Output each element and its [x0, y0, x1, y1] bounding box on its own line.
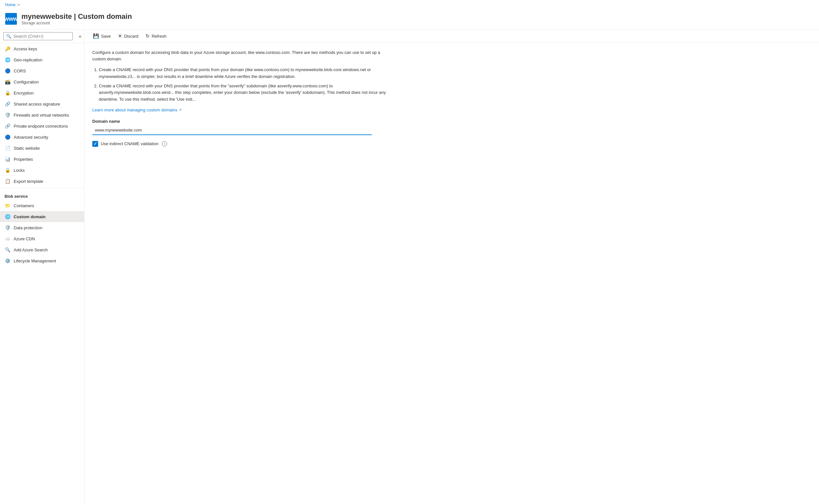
- content-body: Configure a custom domain for accessing …: [84, 43, 819, 504]
- sidebar-label-cors: CORS: [14, 69, 26, 73]
- sidebar-label-properties: Properties: [14, 157, 33, 162]
- page-subtitle: Storage account: [21, 21, 132, 25]
- sidebar-icon-properties: 📊: [5, 156, 10, 162]
- sidebar-item-configuration[interactable]: 🗃️ Configuration: [0, 76, 84, 87]
- sidebar-icon-add-azure-search: 🔍: [5, 247, 10, 253]
- sidebar-icon-export-template: 📋: [5, 178, 10, 184]
- search-icon: 🔍: [6, 34, 11, 39]
- sidebar-item-shared-access[interactable]: 🔗 Shared access signature: [0, 98, 84, 109]
- indirect-cname-checkbox[interactable]: ✓: [92, 141, 98, 147]
- sidebar-item-lifecycle-management[interactable]: ⚙️ Lifecycle Management: [0, 255, 84, 266]
- sidebar-item-access-keys[interactable]: 🔑 Access keys: [0, 43, 84, 54]
- sidebar-label-export-template: Export template: [14, 179, 43, 184]
- sidebar: 🔍 « 🔑 Access keys 🌐 Geo-replication 🔵 CO…: [0, 30, 84, 504]
- sidebar-divider: [0, 188, 84, 188]
- sidebar-item-encryption[interactable]: 🔒 Encryption: [0, 87, 84, 98]
- save-label: Save: [101, 34, 111, 39]
- sidebar-item-properties[interactable]: 📊 Properties: [0, 154, 84, 165]
- sidebar-item-custom-domain[interactable]: 🌐 Custom domain: [0, 211, 84, 222]
- refresh-label: Refresh: [152, 34, 167, 39]
- sidebar-icon-geo-replication: 🌐: [5, 57, 10, 63]
- sidebar-label-locks: Locks: [14, 168, 25, 173]
- toolbar: 💾 Save ✕ Discard ↻ Refresh: [84, 30, 819, 43]
- breadcrumb: Home >: [0, 0, 819, 10]
- sidebar-icon-lifecycle-management: ⚙️: [5, 258, 10, 264]
- sidebar-icon-locks: 🔒: [5, 167, 10, 173]
- checkbox-label: Use indirect CNAME validation: [101, 141, 158, 146]
- search-box-inner: 🔍: [3, 32, 73, 40]
- search-input[interactable]: [13, 34, 70, 39]
- sidebar-icon-encryption: 🔒: [5, 90, 10, 96]
- sidebar-label-advanced-security: Advanced security: [14, 135, 48, 140]
- sidebar-icon-access-keys: 🔑: [5, 46, 10, 52]
- page-header: www mynewwebsite | Custom domain Storage…: [0, 10, 819, 30]
- sidebar-item-containers[interactable]: 📁 Containers: [0, 200, 84, 211]
- save-button[interactable]: 💾 Save: [90, 31, 114, 41]
- sidebar-label-data-protection: Data protection: [14, 225, 42, 230]
- sidebar-icon-configuration: 🗃️: [5, 79, 10, 85]
- checkbox-row: ✓ Use indirect CNAME validation i: [92, 141, 811, 147]
- sidebar-icon-custom-domain: 🌐: [5, 214, 10, 220]
- sidebar-icon-shared-access: 🔗: [5, 101, 10, 107]
- sidebar-item-data-protection[interactable]: 🛡️ Data protection: [0, 222, 84, 233]
- domain-name-input[interactable]: [92, 126, 372, 135]
- sidebar-icon-firewalls: 🛡️: [5, 112, 10, 118]
- sidebar-label-access-keys: Access keys: [14, 46, 37, 51]
- info-icon[interactable]: i: [162, 141, 167, 146]
- sidebar-label-azure-cdn: Azure CDN: [14, 236, 35, 241]
- main-layout: 🔍 « 🔑 Access keys 🌐 Geo-replication 🔵 CO…: [0, 30, 819, 504]
- content-area: 💾 Save ✕ Discard ↻ Refresh Configure a c…: [84, 30, 819, 504]
- sidebar-label-private-endpoint: Private endpoint connections: [14, 124, 68, 129]
- save-icon: 💾: [93, 33, 99, 39]
- sidebar-search-row: 🔍 «: [0, 30, 84, 43]
- refresh-button[interactable]: ↻ Refresh: [142, 31, 170, 41]
- sidebar-icon-advanced-security: 🔵: [5, 134, 10, 140]
- sidebar-item-static-website[interactable]: 📄 Static website: [0, 143, 84, 154]
- sidebar-label-geo-replication: Geo-replication: [14, 57, 42, 62]
- learn-more-link[interactable]: Learn more about managing custom domains…: [92, 107, 182, 112]
- sidebar-icon-data-protection: 🛡️: [5, 225, 10, 231]
- sidebar-item-export-template[interactable]: 📋 Export template: [0, 176, 84, 187]
- learn-more-text: Learn more about managing custom domains: [92, 107, 177, 112]
- blob-service-label: Blob service: [0, 190, 84, 200]
- sidebar-item-locks[interactable]: 🔒 Locks: [0, 165, 84, 176]
- sidebar-item-firewalls[interactable]: 🛡️ Firewalls and virtual networks: [0, 109, 84, 120]
- sidebar-label-firewalls: Firewalls and virtual networks: [14, 113, 69, 118]
- page-title: mynewwebsite | Custom domain: [21, 12, 132, 21]
- sidebar-items-container: 🔑 Access keys 🌐 Geo-replication 🔵 CORS 🗃…: [0, 43, 84, 187]
- sidebar-item-private-endpoint[interactable]: 🔗 Private endpoint connections: [0, 120, 84, 132]
- instruction-step2: Create a CNAME record with your DNS prov…: [99, 83, 391, 103]
- sidebar-icon-cors: 🔵: [5, 68, 10, 74]
- sidebar-icon-private-endpoint: 🔗: [5, 123, 10, 129]
- blob-items-container: 📁 Containers 🌐 Custom domain 🛡️ Data pro…: [0, 200, 84, 266]
- sidebar-icon-containers: 📁: [5, 203, 10, 208]
- description-text: Configure a custom domain for accessing …: [92, 49, 385, 62]
- sidebar-label-static-website: Static website: [14, 146, 40, 151]
- sidebar-label-encryption: Encryption: [14, 91, 33, 95]
- sidebar-label-add-azure-search: Add Azure Search: [14, 247, 48, 252]
- sidebar-label-shared-access: Shared access signature: [14, 102, 60, 107]
- sidebar-item-advanced-security[interactable]: 🔵 Advanced security: [0, 132, 84, 143]
- sidebar-item-cors[interactable]: 🔵 CORS: [0, 65, 84, 76]
- domain-name-label: Domain name: [92, 119, 811, 124]
- discard-icon: ✕: [118, 33, 122, 39]
- instructions-list: Create a CNAME record with your DNS prov…: [92, 67, 811, 103]
- breadcrumb-home[interactable]: Home: [5, 3, 16, 7]
- discard-label: Discard: [124, 34, 138, 39]
- sidebar-icon-azure-cdn: ☁️: [5, 236, 10, 242]
- sidebar-item-add-azure-search[interactable]: 🔍 Add Azure Search: [0, 244, 84, 255]
- discard-button[interactable]: ✕ Discard: [115, 31, 142, 41]
- external-link-icon: ↗: [179, 108, 182, 112]
- sidebar-label-lifecycle-management: Lifecycle Management: [14, 258, 56, 263]
- sidebar-label-custom-domain: Custom domain: [14, 214, 45, 219]
- sidebar-item-azure-cdn[interactable]: ☁️ Azure CDN: [0, 233, 84, 244]
- refresh-icon: ↻: [145, 33, 150, 39]
- header-text-group: mynewwebsite | Custom domain Storage acc…: [21, 12, 132, 25]
- instruction-step1: Create a CNAME record with your DNS prov…: [99, 67, 391, 80]
- sidebar-label-containers: Containers: [14, 203, 34, 208]
- sidebar-item-geo-replication[interactable]: 🌐 Geo-replication: [0, 54, 84, 65]
- sidebar-icon-static-website: 📄: [5, 145, 10, 151]
- collapse-button[interactable]: «: [76, 32, 84, 41]
- search-box: 🔍: [0, 30, 76, 43]
- resource-icon: www: [5, 13, 17, 25]
